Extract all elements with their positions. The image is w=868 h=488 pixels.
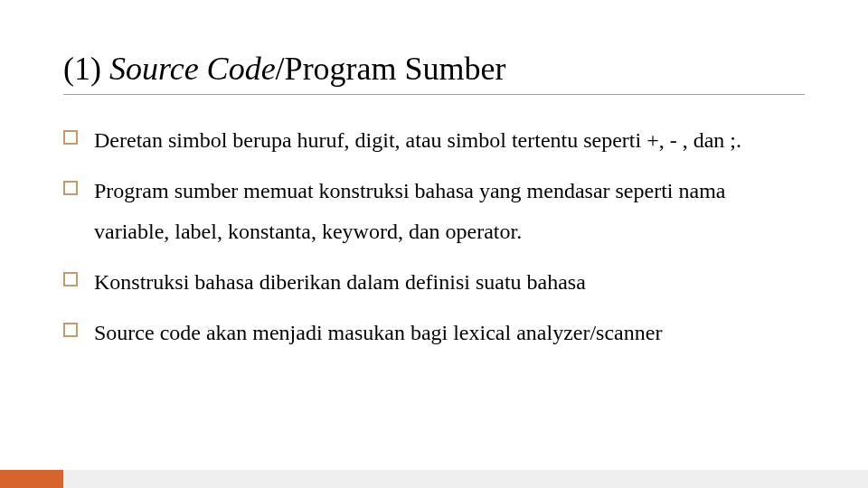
title-prefix: (1) <box>63 51 109 87</box>
bullet-text: Source code akan menjadi masukan bagi le… <box>94 321 662 344</box>
footer-accent <box>0 470 63 488</box>
footer-bar <box>0 470 868 488</box>
checkbox-bullet-icon <box>63 323 78 337</box>
bullet-text: Konstruksi bahasa diberikan dalam defini… <box>94 270 586 294</box>
checkbox-bullet-icon <box>63 181 78 195</box>
list-item: Deretan simbol berupa huruf, digit, atau… <box>63 120 805 162</box>
list-item: Program sumber memuat konstruksi bahasa … <box>63 171 805 253</box>
bullet-text: Program sumber memuat konstruksi bahasa … <box>94 179 725 244</box>
checkbox-bullet-icon <box>63 130 78 145</box>
list-item: Konstruksi bahasa diberikan dalam defini… <box>63 262 805 304</box>
checkbox-bullet-icon <box>63 272 78 286</box>
title-italic: Source Code <box>109 51 276 87</box>
bullet-text: Deretan simbol berupa huruf, digit, atau… <box>94 128 741 152</box>
slide: (1) Source Code/Program Sumber Deretan s… <box>0 0 868 488</box>
page-title: (1) Source Code/Program Sumber <box>63 50 805 95</box>
list-item: Source code akan menjadi masukan bagi le… <box>63 313 805 354</box>
title-suffix: /Program Sumber <box>276 51 506 87</box>
bullet-list: Deretan simbol berupa huruf, digit, atau… <box>63 120 805 353</box>
